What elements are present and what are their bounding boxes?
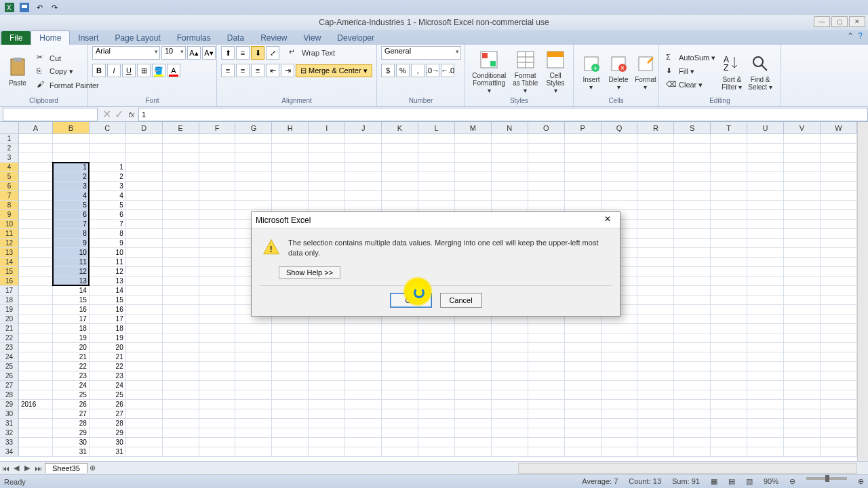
cell[interactable]: [821, 258, 857, 267]
cell[interactable]: [784, 163, 821, 172]
cell[interactable]: [163, 258, 199, 267]
cell[interactable]: [565, 343, 601, 352]
cell[interactable]: 15: [90, 296, 126, 305]
cell[interactable]: [784, 267, 821, 277]
cell[interactable]: [199, 144, 236, 153]
cell[interactable]: [747, 210, 784, 220]
cell[interactable]: [637, 220, 674, 229]
cell[interactable]: [235, 371, 272, 381]
cell[interactable]: [784, 191, 821, 201]
sheet-nav-prev-icon[interactable]: ◀: [11, 464, 22, 472]
cell[interactable]: [272, 182, 309, 191]
cell[interactable]: [418, 153, 455, 163]
row-header[interactable]: 33: [0, 438, 19, 447]
cell[interactable]: [565, 352, 601, 362]
cell[interactable]: 8: [90, 229, 126, 239]
cell[interactable]: [821, 229, 857, 239]
cell[interactable]: [784, 352, 821, 362]
cell[interactable]: [345, 390, 382, 400]
cell[interactable]: [637, 400, 674, 409]
cell[interactable]: [163, 371, 199, 381]
cell[interactable]: [272, 447, 309, 457]
cell[interactable]: [272, 343, 309, 352]
cell[interactable]: [747, 239, 784, 248]
view-layout-icon[interactable]: ▤: [728, 477, 735, 486]
cell[interactable]: [309, 419, 345, 428]
cell[interactable]: [528, 163, 565, 172]
cell[interactable]: [309, 362, 345, 371]
row-header[interactable]: 28: [0, 390, 19, 400]
cell[interactable]: [382, 343, 418, 352]
cell[interactable]: [637, 201, 674, 210]
cell[interactable]: [821, 277, 857, 286]
cell[interactable]: 1: [90, 163, 126, 172]
cell[interactable]: [272, 390, 309, 400]
cell[interactable]: [711, 400, 747, 409]
underline-button[interactable]: U: [122, 64, 136, 77]
cell[interactable]: 5: [53, 201, 90, 210]
cell[interactable]: [674, 409, 711, 419]
cell[interactable]: [492, 163, 528, 172]
cell[interactable]: [19, 324, 53, 333]
cell[interactable]: [418, 191, 455, 201]
row-header[interactable]: 3: [0, 153, 19, 163]
cell[interactable]: [711, 258, 747, 267]
ok-button[interactable]: OK: [390, 293, 432, 308]
increase-indent-icon[interactable]: ⇥: [281, 64, 294, 77]
enter-formula-icon[interactable]: ✓: [113, 108, 125, 121]
cell[interactable]: [126, 286, 163, 296]
cell[interactable]: [747, 419, 784, 428]
cell[interactable]: [199, 267, 236, 277]
cell[interactable]: [345, 438, 382, 447]
cell[interactable]: [235, 324, 272, 333]
cell[interactable]: [418, 400, 455, 409]
cell[interactable]: 9: [90, 239, 126, 248]
cell[interactable]: [126, 163, 163, 172]
cell[interactable]: [821, 419, 857, 428]
cell[interactable]: [235, 362, 272, 371]
column-header[interactable]: E: [163, 122, 199, 134]
cell[interactable]: [418, 381, 455, 390]
column-header[interactable]: R: [637, 122, 674, 134]
cell[interactable]: [674, 267, 711, 277]
decrease-font-icon[interactable]: A▾: [202, 46, 216, 60]
cell[interactable]: [528, 324, 565, 333]
cell[interactable]: [126, 172, 163, 182]
cell[interactable]: [163, 409, 199, 419]
cell[interactable]: [345, 371, 382, 381]
cell[interactable]: [747, 305, 784, 314]
cell[interactable]: [455, 419, 492, 428]
cell[interactable]: [126, 305, 163, 314]
cell[interactable]: [528, 333, 565, 343]
clear-button[interactable]: ⌫Clear ▾: [663, 79, 718, 92]
row-header[interactable]: 18: [0, 296, 19, 305]
cell[interactable]: [821, 286, 857, 296]
cell[interactable]: [674, 428, 711, 438]
help-icon[interactable]: ?: [858, 31, 863, 41]
cell[interactable]: [492, 324, 528, 333]
cell[interactable]: [821, 390, 857, 400]
cell[interactable]: [784, 258, 821, 267]
cell[interactable]: [637, 314, 674, 324]
cell[interactable]: [637, 277, 674, 286]
cell[interactable]: [126, 153, 163, 163]
cell[interactable]: [309, 381, 345, 390]
cell[interactable]: [126, 428, 163, 438]
zoom-in-icon[interactable]: ⊕: [858, 477, 864, 486]
cell[interactable]: [309, 409, 345, 419]
cell[interactable]: 23: [53, 371, 90, 381]
cell[interactable]: [382, 163, 418, 172]
cell[interactable]: [309, 324, 345, 333]
cell[interactable]: [784, 286, 821, 296]
column-header[interactable]: O: [528, 122, 565, 134]
cell[interactable]: [199, 362, 236, 371]
cell[interactable]: [492, 381, 528, 390]
cell[interactable]: [272, 191, 309, 201]
format-as-table-button[interactable]: Format as Table ▾: [509, 47, 542, 96]
cell[interactable]: [528, 428, 565, 438]
cell[interactable]: [19, 409, 53, 419]
cell[interactable]: [53, 134, 90, 144]
cell[interactable]: [492, 428, 528, 438]
cell[interactable]: [199, 343, 236, 352]
align-center-icon[interactable]: ≡: [236, 64, 250, 77]
